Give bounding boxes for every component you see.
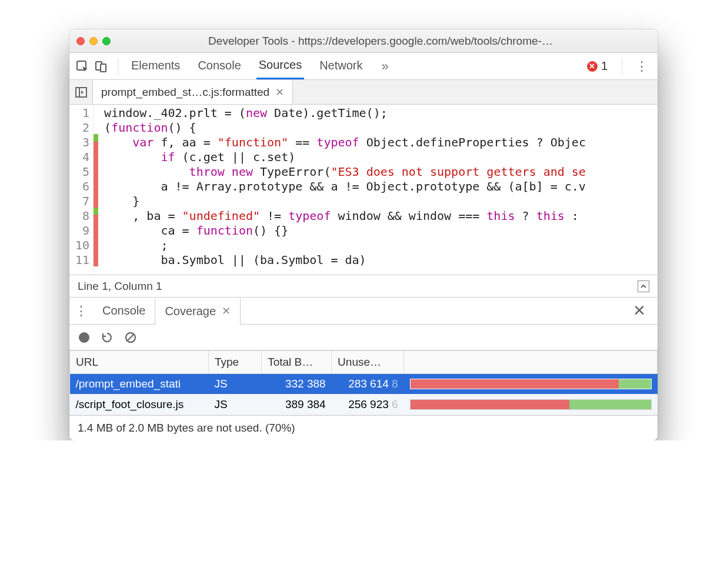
settings-kebab-icon[interactable]: ⋮ [631, 59, 653, 74]
collapse-icon[interactable] [638, 280, 649, 292]
main-toolbar: Elements Console Sources Network » ✕ 1 ⋮ [69, 53, 658, 80]
svg-rect-2 [101, 64, 106, 72]
cell-url: /script_foot_closure.js [70, 395, 209, 415]
file-tab-label: prompt_embed_st…c.js:formatted [101, 86, 269, 99]
table-row[interactable]: /script_foot_closure.jsJS389 384256 923 … [70, 395, 658, 415]
cell-bar [404, 374, 658, 395]
file-tab-bar: prompt_embed_st…c.js:formatted ✕ [69, 80, 658, 105]
record-icon[interactable] [79, 332, 89, 343]
tab-elements[interactable]: Elements [129, 54, 182, 78]
titlebar: Developer Tools - https://developers.goo… [69, 29, 658, 53]
cell-type: JS [208, 374, 261, 395]
col-total[interactable]: Total B… [262, 351, 332, 374]
coverage-summary: 1.4 MB of 2.0 MB bytes are not used. (70… [69, 415, 658, 440]
devtools-window: Developer Tools - https://developers.goo… [69, 29, 658, 440]
close-icon[interactable]: ✕ [222, 305, 231, 318]
coverage-gutter [94, 105, 98, 275]
file-tab[interactable]: prompt_embed_st…c.js:formatted ✕ [93, 80, 293, 104]
navigator-toggle-icon[interactable] [69, 80, 93, 104]
traffic-lights [76, 37, 111, 45]
error-badge[interactable]: ✕ 1 [587, 59, 608, 73]
window-close-button[interactable] [76, 37, 85, 45]
clear-icon[interactable] [125, 332, 136, 343]
reload-icon[interactable] [101, 332, 113, 343]
editor-statusbar: Line 1, Column 1 [69, 275, 658, 298]
col-bar[interactable] [404, 351, 658, 374]
error-count: 1 [601, 59, 608, 73]
window-title: Developer Tools - https://developers.goo… [111, 35, 651, 48]
drawer-tab-coverage[interactable]: Coverage ✕ [155, 298, 241, 325]
tab-network[interactable]: Network [317, 54, 365, 78]
cell-unused: 283 614 8 [332, 374, 404, 395]
table-row[interactable]: /prompt_embed_statiJS332 388283 614 8 [70, 374, 658, 395]
code-editor[interactable]: 1234567891011 window._402.prlt = (new Da… [69, 105, 658, 275]
cell-type: JS [208, 395, 261, 415]
panel-tabs: Elements Console Sources Network » [126, 54, 585, 79]
coverage-toolbar [69, 325, 658, 350]
cell-total: 389 384 [262, 395, 332, 415]
window-minimize-button[interactable] [89, 37, 98, 45]
tab-console[interactable]: Console [195, 54, 243, 78]
cell-url: /prompt_embed_stati [70, 374, 209, 395]
svg-line-6 [128, 334, 134, 340]
error-icon: ✕ [587, 61, 598, 72]
table-header-row: URL Type Total B… Unuse… [70, 351, 658, 374]
drawer-tab-console[interactable]: Console [93, 298, 155, 324]
drawer-tabs: ⋮ Console Coverage ✕ ✕ [69, 298, 658, 325]
inspect-element-icon[interactable] [74, 58, 91, 75]
drawer-close-icon[interactable]: ✕ [625, 302, 654, 320]
window-zoom-button[interactable] [102, 37, 111, 45]
col-unused[interactable]: Unuse… [332, 351, 404, 374]
device-toolbar-icon[interactable] [93, 58, 109, 75]
cursor-position: Line 1, Column 1 [78, 280, 162, 293]
close-icon[interactable]: ✕ [275, 86, 284, 99]
drawer-kebab-icon[interactable]: ⋮ [69, 303, 93, 319]
cell-bar [404, 395, 658, 415]
line-gutter: 1234567891011 [69, 105, 94, 275]
tabs-overflow-icon[interactable]: » [378, 59, 392, 74]
cell-unused: 256 923 6 [332, 395, 404, 415]
col-type[interactable]: Type [208, 351, 261, 374]
tab-sources[interactable]: Sources [256, 54, 304, 79]
col-url[interactable]: URL [70, 351, 209, 374]
separator [622, 58, 622, 75]
coverage-table: URL Type Total B… Unuse… /prompt_embed_s… [69, 350, 658, 415]
cell-total: 332 388 [262, 374, 332, 395]
code-content: window._402.prlt = (new Date).getTime();… [98, 105, 658, 275]
separator [118, 58, 118, 75]
